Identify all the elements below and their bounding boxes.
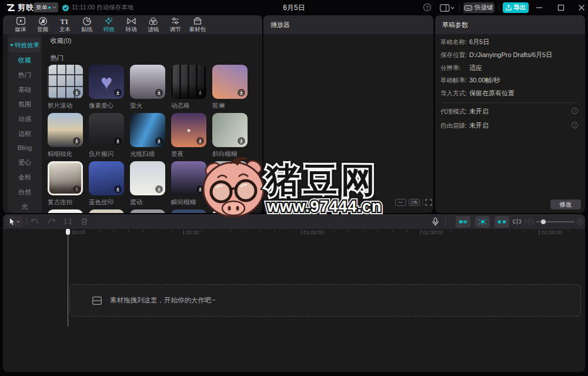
timeline-panel: 00:0030:0001:00:0001:30:0002:00:00 素材拖拽到… [3, 214, 585, 372]
maximize-button[interactable] [557, 4, 565, 12]
param-row-a-2: 分辨率:适应 [440, 63, 578, 72]
effect-thumbnail[interactable] [89, 113, 124, 147]
ruler-tick [348, 230, 349, 232]
download-icon [73, 89, 81, 97]
effect-item-14[interactable] [212, 161, 248, 198]
timeline-toolbar [3, 214, 585, 229]
preview-axis-icon[interactable] [513, 217, 522, 226]
sidebar-item-7[interactable]: 爱心 [8, 155, 42, 169]
tab-media[interactable]: 媒体 [9, 16, 32, 34]
effect-thumbnail[interactable] [130, 113, 165, 147]
tab-sticker[interactable]: 贴纸 [76, 16, 98, 34]
effect-item-0[interactable]: 胶片滚动 [48, 65, 83, 110]
effect-item-7[interactable]: 光线扫描 [130, 113, 165, 158]
fit-mode-button[interactable]: 适配 [409, 199, 420, 206]
info-icon[interactable]: i [572, 108, 578, 114]
fullscreen-icon[interactable] [425, 199, 432, 206]
split-icon[interactable] [64, 217, 72, 226]
minimize-button[interactable] [535, 4, 543, 12]
tab-assets[interactable]: 素材包 [186, 16, 209, 34]
sidebar-item-0[interactable]: 收藏 [8, 53, 42, 67]
shortcut-button[interactable]: 快捷键 [463, 2, 495, 13]
effect-item-9[interactable]: 斜向模糊 [212, 113, 248, 158]
effect-item-partial-3[interactable] [171, 209, 206, 213]
effect-item-4[interactable]: 斑斓 [212, 65, 248, 110]
close-button[interactable] [577, 4, 586, 12]
select-tool-button[interactable] [6, 216, 23, 227]
tab-text[interactable]: TI文本 [54, 16, 76, 34]
effect-item-1[interactable]: ♥像素爱心 [89, 65, 124, 110]
download-icon [73, 185, 81, 193]
ruler-tick [377, 230, 378, 232]
main-track-magnet-toggle[interactable] [456, 216, 470, 228]
tab-filter[interactable]: 滤镜 [142, 16, 165, 34]
modify-button[interactable]: 修改 [550, 199, 581, 209]
sidebar-item-8[interactable]: 金粉 [8, 170, 42, 184]
effects-category-header[interactable]: 特效效果 [9, 38, 41, 52]
timeline-ruler[interactable]: 00:0030:0001:00:0001:30:0002:00:00 [3, 229, 585, 237]
effect-thumbnail[interactable] [212, 161, 248, 195]
effect-item-2[interactable]: 萤火 [130, 65, 165, 110]
sidebar-item-1[interactable]: 热门 [8, 68, 42, 82]
effect-item-12[interactable]: 震动 [130, 161, 165, 207]
undo-icon[interactable] [31, 217, 39, 226]
effect-thumbnail[interactable] [48, 113, 83, 147]
record-mic-icon[interactable] [431, 217, 440, 226]
delete-icon[interactable] [80, 217, 89, 226]
effect-label: 瞬间模糊 [171, 198, 206, 207]
effect-item-partial-2[interactable] [130, 209, 165, 213]
effect-item-11[interactable]: 蓝色丝印 [89, 161, 124, 207]
effect-item-10[interactable]: 复古连拍 [48, 161, 83, 207]
tab-transition[interactable]: 转场 [120, 16, 142, 34]
sidebar-item-5[interactable]: 边框 [8, 127, 42, 141]
effect-item-5[interactable]: 精细锐化 [48, 113, 83, 158]
effect-thumbnail[interactable] [212, 65, 248, 99]
ruler-tick [201, 230, 202, 232]
playhead-handle[interactable] [66, 229, 70, 235]
tab-assets-icon [193, 16, 202, 25]
export-button[interactable]: 导出 [503, 2, 529, 13]
tab-audio[interactable]: 音频 [32, 16, 54, 34]
effect-item-6[interactable]: 负片频闪 [89, 113, 124, 158]
download-icon [114, 185, 122, 193]
effect-item-partial-1[interactable] [89, 209, 124, 213]
quality-icon[interactable] [395, 199, 406, 206]
effect-item-8[interactable]: ●星夜 [171, 113, 206, 158]
sidebar-item-3[interactable]: 氛围 [8, 97, 42, 111]
favorites-section-label: 收藏(0) [51, 36, 71, 45]
track-placeholder[interactable]: 素材拖拽到这里，开始你的大作吧~ [69, 284, 581, 317]
zoom-slider-handle[interactable] [541, 219, 546, 224]
effect-thumbnail[interactable] [130, 65, 165, 99]
effect-thumbnail[interactable] [130, 161, 165, 195]
auto-snap-toggle[interactable] [475, 216, 490, 228]
effect-thumbnail[interactable] [48, 161, 83, 195]
effect-thumbnail[interactable] [89, 161, 124, 195]
info-icon[interactable]: i [572, 122, 578, 128]
workspace-layout-icon[interactable] [440, 4, 454, 12]
effect-thumbnail[interactable] [171, 161, 206, 195]
effect-thumbnail[interactable] [48, 65, 83, 99]
sidebar-item-4[interactable]: 动感 [8, 112, 42, 126]
tab-transition-icon [127, 16, 136, 25]
effect-thumbnail[interactable]: ♥ [89, 65, 124, 99]
linkage-toggle[interactable] [495, 216, 509, 228]
effect-item-13[interactable]: 瞬间模糊 [171, 161, 206, 207]
effect-item-3[interactable]: 动态格 [171, 65, 206, 110]
sidebar-item-2[interactable]: 基础 [8, 82, 42, 97]
menu-button[interactable]: 菜单 [34, 2, 58, 12]
effect-thumbnail[interactable]: ● [171, 113, 206, 147]
effect-thumbnail[interactable] [212, 113, 248, 147]
tab-adjust[interactable]: 调节 [164, 16, 186, 34]
zoom-out-icon[interactable] [527, 218, 534, 225]
zoom-in-icon[interactable] [577, 218, 583, 225]
effect-item-partial-4[interactable] [212, 209, 248, 213]
sidebar-item-6[interactable]: Bling [8, 141, 42, 155]
sidebar-item-10[interactable]: 光 [8, 199, 42, 213]
tab-effects[interactable]: 特效 [98, 16, 120, 34]
sidebar-item-9[interactable]: 自然 [8, 185, 42, 199]
effect-item-partial-0[interactable] [48, 209, 83, 213]
redo-icon[interactable] [47, 217, 56, 226]
download-icon [114, 137, 122, 145]
effect-thumbnail[interactable] [171, 65, 206, 99]
help-icon[interactable]: ? [423, 4, 431, 11]
